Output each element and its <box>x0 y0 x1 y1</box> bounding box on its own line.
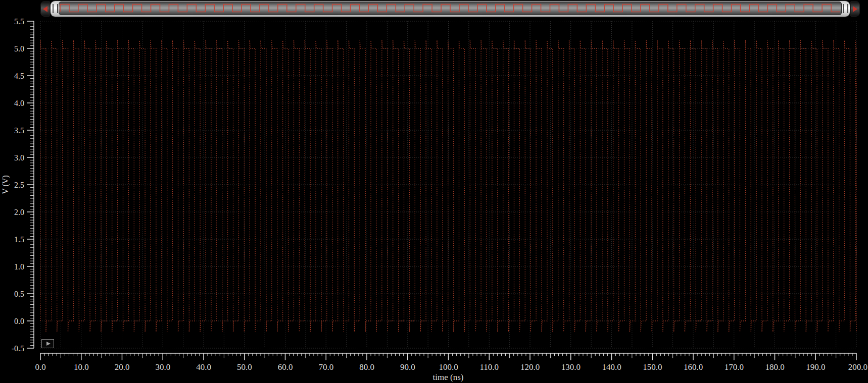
y-tick-label: 4.0 <box>14 99 24 107</box>
y-tick-label: -0.5 <box>12 344 24 353</box>
x-tick-label: 180.0 <box>765 362 784 372</box>
y-tick-label: 4.5 <box>14 72 24 80</box>
scroll-left-arrow-icon <box>43 6 47 12</box>
x-tick-label: 110.0 <box>479 362 499 372</box>
scroll-left-button[interactable] <box>40 1 50 17</box>
x-tick-label: 150.0 <box>643 362 662 372</box>
x-tick-label: 200.0 <box>848 362 867 372</box>
y-tick-label: 5.5 <box>14 17 24 26</box>
x-tick-label: 80.0 <box>359 362 374 372</box>
grip-bars-icon <box>53 4 58 13</box>
y-tick-label: 3.0 <box>14 153 24 162</box>
y-axis-title: V (V) <box>1 175 10 194</box>
y-tick-label: 0.0 <box>14 317 24 325</box>
y-tick-label: 1.0 <box>14 262 24 271</box>
x-tick-label: 160.0 <box>684 362 703 372</box>
y-tick-label: 2.5 <box>14 181 24 189</box>
x-tick-label: 130.0 <box>561 362 581 372</box>
scroll-right-button[interactable] <box>850 1 860 17</box>
preview-wave <box>60 5 840 12</box>
x-tick-label: 20.0 <box>115 362 130 372</box>
x-tick-label: 90.0 <box>400 362 415 372</box>
scroll-right-arrow-icon <box>853 6 857 12</box>
x-tick-label: 120.0 <box>520 362 540 372</box>
x-tick-label: 70.0 <box>318 362 333 372</box>
waveform-preview-minimap <box>59 2 841 15</box>
scrollbar-track[interactable] <box>51 1 850 17</box>
y-axis-ruler <box>27 21 34 348</box>
x-tick-label: 50.0 <box>237 362 252 372</box>
x-axis-ruler <box>40 353 856 360</box>
x-tick-label: 10.0 <box>74 362 89 372</box>
x-tick-label: 40.0 <box>196 362 211 372</box>
x-axis-title: time (ns) <box>433 372 464 382</box>
horizontal-zoom-scrollbar[interactable] <box>40 1 860 17</box>
grip-bars-icon <box>843 4 848 13</box>
x-tick-label: 170.0 <box>725 362 744 372</box>
y-tick-label: 3.5 <box>14 126 24 135</box>
x-tick-label: 30.0 <box>155 362 170 372</box>
scrollbar-right-resize-handle[interactable] <box>842 2 849 15</box>
waveform-plot-canvas[interactable]: 5.55.04.54.03.53.02.52.01.51.00.50.0-0.5… <box>0 0 868 383</box>
x-tick-label: 100.0 <box>439 362 458 372</box>
x-tick-label: 190.0 <box>806 362 825 372</box>
play-triangle-icon <box>46 342 51 346</box>
x-tick-label: 0.0 <box>35 362 45 372</box>
y-tick-label: 5.0 <box>14 44 24 53</box>
x-tick-label: 140.0 <box>602 362 621 372</box>
x-tick-label: 60.0 <box>278 362 293 372</box>
trace-expand-button[interactable] <box>41 339 54 348</box>
y-tick-label: 1.5 <box>14 235 24 244</box>
grid <box>40 21 856 348</box>
waveform-viewer-window: 5.55.04.54.03.53.02.52.01.51.00.50.0-0.5… <box>0 0 868 383</box>
scrollbar-left-resize-handle[interactable] <box>52 2 59 15</box>
y-tick-label: 2.0 <box>14 208 24 216</box>
scrollbar-thumb[interactable] <box>59 2 842 15</box>
y-tick-label: 0.5 <box>14 290 24 298</box>
